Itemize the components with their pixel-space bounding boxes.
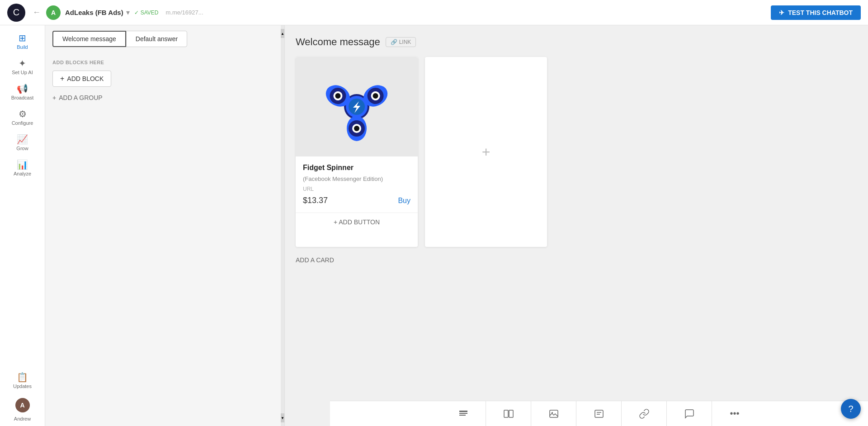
add-block-button[interactable]: + ADD BLOCK (52, 71, 111, 87)
add-card-label: ADD A CARD (296, 256, 334, 264)
input-icon (594, 408, 604, 419)
svg-rect-22 (509, 410, 513, 417)
sidebar: ⊞ Build ✦ Set Up AI 📢 Broadcast ⚙ Config… (0, 25, 45, 426)
tab-default-answer[interactable]: Default answer (126, 31, 187, 47)
sidebar-item-grow[interactable]: 📈 Grow (0, 130, 45, 156)
image-icon (548, 408, 559, 419)
svg-rect-23 (550, 410, 558, 417)
test-chatbot-button[interactable]: ✈ TEST THIS CHATBOT (771, 5, 861, 20)
svg-rect-20 (459, 415, 466, 416)
left-panel-body: ADD BLOCKS HERE + ADD BLOCK + ADD A GROU… (45, 52, 284, 426)
sidebar-item-setup-ai[interactable]: ✦ Set Up AI (0, 54, 45, 80)
broadcast-icon: 📢 (17, 84, 28, 93)
analyze-icon: 📊 (17, 160, 28, 169)
gallery-icon (503, 408, 514, 419)
messenger-icon: ✈ (779, 9, 784, 16)
bot-dropdown-arrow[interactable]: ▾ (126, 8, 130, 17)
fidget-spinner-image: ⚡ (316, 66, 397, 147)
grow-icon: 📈 (17, 135, 28, 144)
url-label: URL (303, 186, 410, 192)
sidebar-item-updates[interactable]: 📋 Updates (0, 368, 45, 393)
saved-status: ✓ SAVED (134, 9, 159, 16)
more-icon: ••• (730, 408, 739, 419)
product-price-row: $13.37 Buy (303, 196, 410, 205)
toolbar-more[interactable]: ••• (712, 401, 757, 426)
svg-rect-18 (459, 411, 467, 412)
scroll-up-button[interactable]: ▲ (281, 29, 284, 38)
bot-avatar: A (46, 5, 61, 20)
link-icon: 🔗 (391, 39, 397, 45)
sidebar-item-build[interactable]: ⊞ Build (0, 29, 45, 54)
add-group-button[interactable]: + ADD A GROUP (52, 94, 277, 101)
user-avatar: A (15, 398, 30, 412)
add-button-row[interactable]: + ADD BUTTON (296, 213, 418, 231)
cards-container: ⚡ (296, 57, 857, 247)
right-panel: Welcome message 🔗 LINK ⚡ (285, 25, 868, 426)
link-icon (639, 408, 650, 419)
bot-url: m.me/16927... (165, 9, 203, 16)
plus-icon: + (60, 75, 64, 83)
main-content: Welcome message Default answer ADD BLOCK… (45, 25, 868, 426)
scroll-down-button[interactable]: ▼ (281, 413, 284, 422)
sidebar-item-andrew[interactable]: A Andrew (0, 393, 45, 426)
sidebar-item-analyze[interactable]: 📊 Analyze (0, 156, 45, 181)
link-badge[interactable]: 🔗 LINK (386, 37, 416, 47)
toolbar-text-block[interactable] (441, 401, 486, 426)
help-button[interactable]: ? (841, 399, 861, 419)
svg-rect-21 (504, 410, 508, 417)
scrollbar-track: ▲ ▼ (281, 25, 284, 426)
plus-icon-group: + (52, 94, 56, 101)
tab-welcome-message[interactable]: Welcome message (52, 31, 126, 47)
bottom-toolbar: ••• (330, 401, 868, 426)
toolbar-input[interactable] (576, 401, 622, 426)
svg-point-14 (354, 126, 359, 131)
product-desc: (Facebook Messenger Edition) (303, 175, 410, 182)
topbar: C ← A AdLeaks (FB Ads) ▾ ✓ SAVED m.me/16… (0, 0, 868, 25)
setup-ai-icon: ✦ (19, 59, 26, 68)
left-panel: Welcome message Default answer ADD BLOCK… (45, 25, 285, 426)
add-card-label-area: ADD A CARD (296, 256, 857, 264)
svg-rect-19 (459, 413, 467, 414)
build-icon: ⊞ (19, 33, 26, 43)
buy-link[interactable]: Buy (398, 197, 410, 205)
chat-icon (684, 408, 695, 419)
sidebar-item-configure[interactable]: ⚙ Configure (0, 105, 45, 130)
app-logo: C (7, 4, 25, 22)
product-image: ⚡ (296, 57, 418, 156)
text-block-icon (458, 408, 469, 419)
add-card-placeholder[interactable]: + (425, 57, 547, 247)
toolbar-image[interactable] (531, 401, 576, 426)
add-blocks-header: ADD BLOCKS HERE (52, 60, 277, 65)
toolbar-chat[interactable] (667, 401, 712, 426)
svg-rect-25 (595, 410, 603, 417)
add-card-plus-icon: + (482, 144, 491, 161)
updates-icon: 📋 (17, 373, 28, 382)
bottom-toolbar-wrapper: ••• (330, 401, 868, 426)
back-button[interactable]: ← (33, 8, 41, 17)
product-name: Fidget Spinner (303, 164, 410, 172)
tab-bar: Welcome message Default answer (45, 25, 284, 52)
product-info: Fidget Spinner (Facebook Messenger Editi… (296, 156, 418, 213)
product-price: $13.37 (303, 196, 328, 205)
toolbar-gallery[interactable] (486, 401, 531, 426)
toolbar-link[interactable] (622, 401, 667, 426)
sidebar-item-broadcast[interactable]: 📢 Broadcast (0, 80, 45, 105)
product-card: ⚡ (296, 57, 418, 247)
configure-icon: ⚙ (19, 109, 27, 118)
page-title: Welcome message 🔗 LINK (296, 36, 857, 48)
bot-name: AdLeaks (FB Ads) (65, 9, 123, 16)
